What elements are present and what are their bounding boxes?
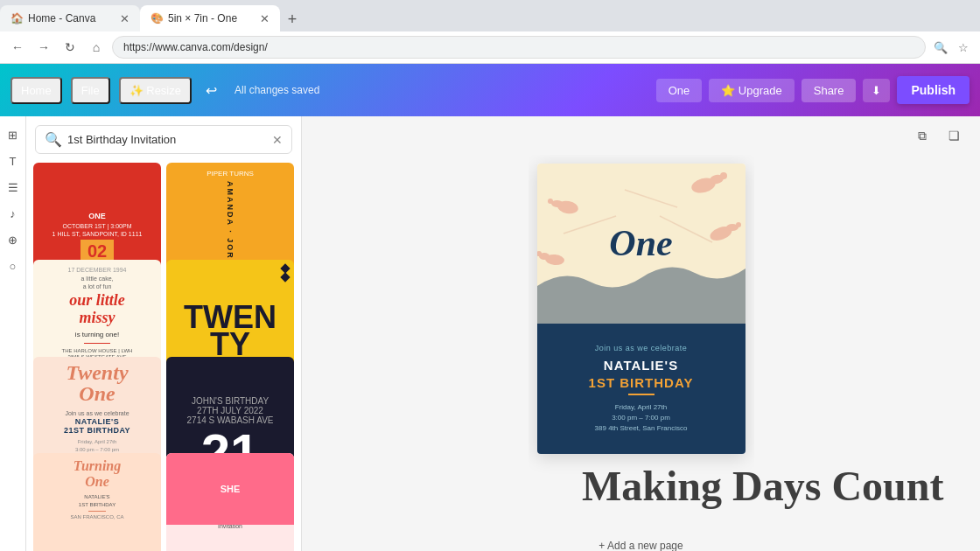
design-bottom: Join us as we celebrate NATALIE'S 1ST BI…	[537, 324, 746, 454]
sidebar-icon-text[interactable]: T	[2, 150, 24, 172]
add-page-button[interactable]: + Add a new page	[598, 540, 682, 551]
search-icon: 🔍	[45, 131, 62, 148]
share-button[interactable]: Share	[802, 79, 857, 102]
one-button[interactable]: One	[656, 79, 703, 102]
publish-button[interactable]: Publish	[897, 76, 970, 104]
svg-point-8	[736, 222, 741, 227]
canva-header: Home File ✨ Resize ↩ All changes saved O…	[0, 64, 980, 116]
sidebar-icon-more[interactable]: ○	[2, 255, 24, 277]
template-card-8[interactable]: SHE Birthday PartyInvitation	[166, 453, 294, 551]
design-date: Friday, April 27th	[595, 402, 688, 413]
canvas-content: One Join us as we celebrate NATALIE'S 1S…	[528, 155, 754, 533]
upgrade-button[interactable]: ⭐ Upgrade	[709, 79, 794, 102]
refresh-button[interactable]: ↻	[60, 37, 80, 58]
undo-button[interactable]: ↩	[200, 79, 222, 102]
search-icon[interactable]: 🔍	[931, 38, 950, 57]
svg-line-14	[625, 190, 677, 207]
forward-button[interactable]: →	[33, 37, 54, 58]
templates-panel: 🔍 ✕ ONE OCTOBER 1ST | 3:00PM 1 HILL ST, …	[26, 116, 302, 551]
browser-tabs: 🏠 Home - Canva ✕ 🎨 5in × 7in - One ✕ +	[0, 0, 980, 31]
sidebar-icon-elements[interactable]: ☰	[2, 176, 24, 199]
home-nav[interactable]: Home	[10, 77, 62, 104]
new-tab-button[interactable]: +	[280, 7, 304, 31]
templates-grid: ONE OCTOBER 1ST | 3:00PM 1 HILL ST, SAND…	[26, 163, 301, 551]
file-nav[interactable]: File	[71, 77, 110, 104]
main-layout: ⊞ T ☰ ♪ ⊕ ○ 🔍 ✕ ONE OCTOBER 1ST | 3:00PM…	[0, 116, 980, 551]
tab-canva-design[interactable]: 🎨 5in × 7in - One ✕	[140, 5, 280, 31]
header-right-actions: One ⭐ Upgrade Share ⬇ Publish	[656, 76, 970, 104]
search-bar: 🔍 ✕	[35, 125, 292, 154]
design-card[interactable]: One Join us as we celebrate NATALIE'S 1S…	[537, 164, 746, 454]
tab-home[interactable]: 🏠 Home - Canva ✕	[0, 5, 140, 31]
tab-canva-label: 5in × 7in - One	[168, 12, 237, 24]
canvas-area: ⧉ ❏	[302, 116, 980, 551]
browser-chrome: 🏠 Home - Canva ✕ 🎨 5in × 7in - One ✕ + ←…	[0, 0, 980, 64]
design-divider	[628, 394, 654, 395]
duplicate-button[interactable]: ⧉	[910, 123, 934, 148]
design-name-line1: NATALIE'S	[604, 358, 678, 373]
design-title: One	[609, 222, 672, 264]
resize-nav[interactable]: ✨ Resize	[119, 77, 192, 104]
design-subtitle: Join us as we celebrate	[595, 344, 688, 352]
design-time: 3:00 pm – 7:00 pm	[595, 413, 688, 423]
sidebar-icon-audio[interactable]: ♪	[2, 202, 24, 225]
saved-status: All changes saved	[234, 84, 319, 96]
design-top: One	[537, 164, 746, 324]
tab-canva-close[interactable]: ✕	[260, 12, 270, 25]
back-button[interactable]: ←	[7, 37, 28, 58]
address-input[interactable]	[112, 36, 926, 59]
tab-home-close[interactable]: ✕	[120, 12, 130, 25]
bookmark-icon[interactable]: ☆	[954, 38, 973, 57]
design-details: Friday, April 27th 3:00 pm – 7:00 pm 389…	[595, 402, 688, 434]
design-name-line2: 1ST BIRTHDAY	[589, 375, 694, 390]
address-bar: ← → ↻ ⌂ 🔍 ☆	[0, 31, 980, 63]
canvas-toolbar: ⧉ ❏	[302, 116, 980, 155]
tab-home-label: Home - Canva	[28, 12, 95, 24]
svg-point-5	[548, 199, 553, 204]
sidebar-icon-add[interactable]: ⊕	[2, 228, 24, 251]
canva-favicon: 🎨	[150, 12, 163, 24]
search-input[interactable]	[67, 133, 267, 146]
icon-sidebar: ⊞ T ☰ ♪ ⊕ ○	[0, 116, 26, 551]
design-location: 389 4th Street, San Francisco	[595, 423, 688, 434]
download-button[interactable]: ⬇	[863, 79, 890, 102]
home-button[interactable]: ⌂	[86, 37, 107, 58]
svg-point-2	[720, 172, 727, 179]
template-card-7[interactable]: TurningOne NATALIE'S1ST BIRTHDAY SAN FRA…	[33, 453, 161, 551]
home-favicon: 🏠	[10, 12, 23, 24]
svg-line-13	[564, 216, 616, 234]
sidebar-icon-templates[interactable]: ⊞	[2, 123, 24, 146]
add-page-label: + Add a new page	[598, 540, 682, 551]
copy-button[interactable]: ❏	[942, 123, 966, 148]
search-clear-button[interactable]: ✕	[272, 133, 283, 147]
